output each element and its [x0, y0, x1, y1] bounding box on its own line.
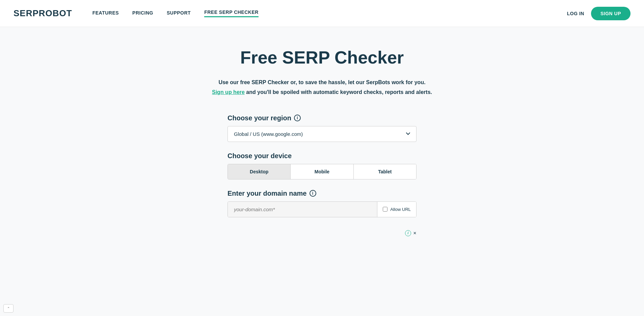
nav-features[interactable]: FEATURES — [92, 10, 119, 17]
device-group: Choose your device Desktop Mobile Tablet — [227, 152, 417, 179]
nav-free-serp-checker[interactable]: FREE SERP CHECKER — [204, 9, 259, 17]
subtitle: Use our free SERP Checker or, to save th… — [212, 78, 432, 97]
header-right: LOG IN SIGN UP — [567, 7, 630, 20]
main-content: Free SERP Checker Use our free SERP Chec… — [0, 27, 644, 250]
serp-checker-form: Choose your region i Global / US (www.go… — [227, 114, 417, 227]
device-tablet-button[interactable]: Tablet — [354, 164, 416, 179]
chevron-up-icon: ⌃ — [7, 307, 10, 310]
allow-url-section: Allow URL — [377, 202, 416, 217]
domain-group: Enter your domain name i Allow URL — [227, 190, 417, 217]
domain-input[interactable] — [228, 202, 377, 217]
scroll-indicator[interactable]: ⌃ — [3, 304, 14, 313]
device-desktop-button[interactable]: Desktop — [228, 164, 291, 179]
device-mobile-button[interactable]: Mobile — [291, 164, 353, 179]
domain-label: Enter your domain name i — [227, 190, 417, 197]
domain-input-wrapper: Allow URL — [227, 201, 417, 217]
page-title: Free SERP Checker — [240, 47, 404, 68]
ad-close-icon[interactable]: ✕ — [413, 231, 417, 236]
subtitle-part2: and you'll be spoiled with automatic key… — [246, 89, 432, 95]
signup-button[interactable]: SIGN UP — [591, 7, 630, 20]
domain-info-icon[interactable]: i — [310, 190, 316, 197]
device-label: Choose your device — [227, 152, 417, 160]
nav-support[interactable]: SUPPORT — [167, 10, 191, 17]
signup-here-link[interactable]: Sign up here — [212, 89, 245, 95]
nav-pricing[interactable]: PRICING — [132, 10, 153, 17]
main-nav: FEATURES PRICING SUPPORT FREE SERP CHECK… — [92, 9, 567, 17]
device-buttons: Desktop Mobile Tablet — [227, 164, 417, 179]
allow-url-label[interactable]: Allow URL — [390, 207, 411, 212]
allow-url-checkbox[interactable] — [383, 207, 387, 212]
region-label: Choose your region i — [227, 114, 417, 122]
ad-info-icon: i — [405, 230, 411, 236]
ad-hint-row: i ✕ — [227, 230, 417, 236]
header: SERPROBOT FEATURES PRICING SUPPORT FREE … — [0, 0, 644, 27]
login-button[interactable]: LOG IN — [567, 11, 584, 16]
region-info-icon[interactable]: i — [294, 115, 301, 121]
site-logo: SERPROBOT — [14, 8, 72, 19]
region-group: Choose your region i Global / US (www.go… — [227, 114, 417, 142]
subtitle-part1: Use our free SERP Checker or, to save th… — [218, 79, 425, 85]
region-select[interactable]: Global / US (www.google.com) United King… — [227, 126, 417, 142]
